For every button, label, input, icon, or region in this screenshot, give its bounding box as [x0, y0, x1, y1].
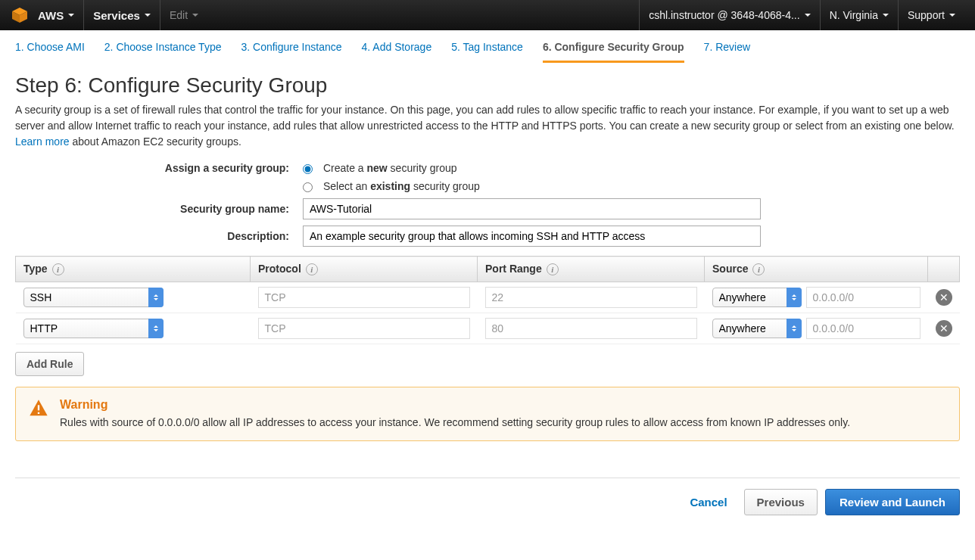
nav-aws-label: AWS [38, 9, 64, 22]
info-icon[interactable]: i [752, 263, 765, 275]
chevron-down-icon [68, 14, 74, 17]
step-configure-security-group[interactable]: 6. Configure Security Group [543, 41, 684, 63]
warning-text: Rules with source of 0.0.0.0/0 allow all… [60, 415, 850, 430]
nav-account-label: cshl.instructor @ 3648-4068-4... [649, 9, 799, 21]
review-and-launch-button[interactable]: Review and Launch [825, 489, 960, 515]
info-icon[interactable]: i [306, 263, 318, 275]
intro-text-pre: A security group is a set of firewall ru… [15, 104, 955, 132]
col-source: Sourcei [705, 257, 928, 282]
rule-port: 80 [485, 318, 697, 339]
col-protocol: Protocoli [251, 257, 478, 282]
page-intro: A security group is a set of firewall ru… [15, 102, 960, 150]
rule-type-select[interactable]: SSH [23, 288, 164, 307]
previous-button[interactable]: Previous [744, 489, 818, 515]
page-title: Step 6: Configure Security Group [15, 73, 960, 98]
nav-aws[interactable]: AWS [38, 0, 83, 30]
rule-source-mode-select[interactable]: Anywhere [712, 288, 802, 307]
rule-type-select[interactable]: HTTP [23, 319, 164, 338]
step-add-storage[interactable]: 4. Add Storage [362, 41, 432, 63]
warning-title: Warning [60, 398, 850, 412]
rule-source-cidr[interactable] [806, 287, 920, 308]
aws-cube-icon [11, 6, 29, 24]
radio-create-label: Create a new security group [323, 162, 457, 174]
nav-support[interactable]: Support [898, 0, 964, 30]
radio-option-create[interactable]: Create a new security group [303, 162, 457, 174]
info-icon[interactable]: i [547, 263, 559, 275]
nav-edit-label: Edit [170, 9, 188, 21]
rule-protocol: TCP [258, 318, 470, 339]
col-remove [928, 257, 960, 282]
nav-services[interactable]: Services [83, 0, 160, 30]
step-configure-instance[interactable]: 3. Configure Instance [241, 41, 341, 63]
assign-label: Assign a security group: [15, 162, 303, 174]
assign-security-group-row-2: Select an existing security group [15, 180, 960, 192]
radio-select-existing[interactable] [303, 182, 313, 192]
nav-region[interactable]: N. Virginia [820, 0, 898, 30]
step-choose-ami[interactable]: 1. Choose AMI [15, 41, 85, 63]
add-rule-button[interactable]: Add Rule [15, 352, 84, 376]
chevron-down-icon [192, 14, 198, 17]
step-choose-instance-type[interactable]: 2. Choose Instance Type [104, 41, 222, 63]
chevron-down-icon [883, 14, 889, 17]
chevron-down-icon [805, 14, 811, 17]
radio-create-new[interactable] [303, 164, 313, 174]
sg-name-label: Security group name: [15, 203, 303, 215]
col-port-range: Port Rangei [478, 257, 705, 282]
table-row: SSH TCP 22 Anywhere [16, 282, 960, 313]
cancel-button[interactable]: Cancel [681, 490, 736, 515]
intro-text-post: about Amazon EC2 security groups. [72, 135, 241, 148]
nav-account[interactable]: cshl.instructor @ 3648-4068-4... [639, 0, 819, 30]
info-icon[interactable]: i [52, 263, 64, 275]
rule-source-mode-select[interactable]: Anywhere [712, 319, 802, 338]
radio-existing-label: Select an existing security group [323, 180, 480, 192]
top-nav: AWS Services Edit cshl.instructor @ 3648… [0, 0, 975, 30]
chevron-down-icon [145, 14, 151, 17]
description-row: Description: [15, 226, 960, 247]
security-group-name-row: Security group name: [15, 198, 960, 219]
learn-more-link[interactable]: Learn more [15, 135, 70, 148]
svg-rect-3 [38, 405, 39, 410]
security-group-name-input[interactable] [303, 198, 761, 219]
radio-option-existing[interactable]: Select an existing security group [303, 180, 480, 192]
nav-region-label: N. Virginia [830, 9, 878, 21]
warning-box: Warning Rules with source of 0.0.0.0/0 a… [15, 387, 960, 441]
chevron-down-icon [949, 14, 955, 17]
nav-services-label: Services [93, 9, 140, 22]
step-tag-instance[interactable]: 5. Tag Instance [451, 41, 523, 63]
nav-edit[interactable]: Edit [160, 0, 207, 30]
sg-desc-label: Description: [15, 230, 303, 242]
svg-rect-4 [38, 412, 39, 414]
main-content: Step 6: Configure Security Group A secur… [0, 63, 975, 458]
step-review[interactable]: 7. Review [704, 41, 750, 63]
security-group-description-input[interactable] [303, 226, 761, 247]
rules-table: Typei Protocoli Port Rangei Sourcei [15, 256, 960, 344]
col-type: Typei [16, 257, 251, 282]
wizard-footer: Cancel Previous Review and Launch [15, 478, 960, 515]
wizard-steps: 1. Choose AMI 2. Choose Instance Type 3.… [0, 30, 975, 63]
rule-port: 22 [485, 287, 697, 308]
nav-support-label: Support [908, 9, 945, 21]
table-row: HTTP TCP 80 Anywhere [16, 313, 960, 344]
remove-rule-button[interactable]: ✕ [936, 320, 952, 337]
remove-rule-button[interactable]: ✕ [936, 289, 952, 306]
assign-security-group-row: Assign a security group: Create a new se… [15, 162, 960, 174]
rule-protocol: TCP [258, 287, 470, 308]
warning-triangle-icon [28, 398, 49, 419]
rule-source-cidr[interactable] [806, 318, 920, 339]
